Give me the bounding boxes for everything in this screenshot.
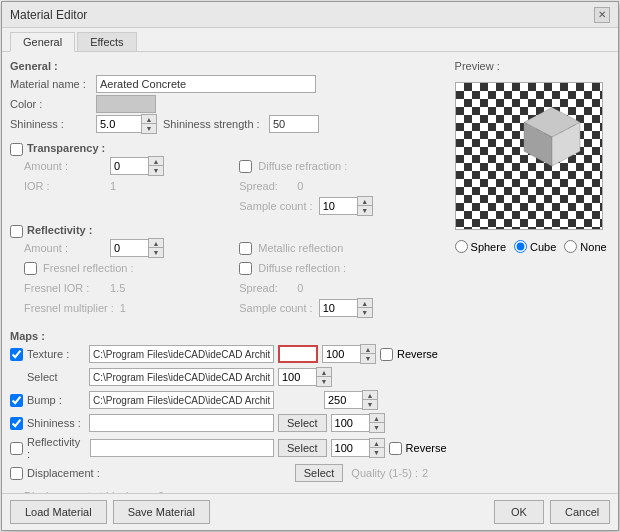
quality-value: 2 xyxy=(422,467,428,479)
bump-amount-input[interactable]: ▲ ▼ xyxy=(324,390,378,410)
material-editor-dialog: Material Editor ✕ General Effects Genera… xyxy=(1,1,619,531)
bump-row: Bump : ▲ ▼ xyxy=(10,390,447,410)
diffuse-refraction-checkbox[interactable] xyxy=(239,160,252,173)
refl-sample-input[interactable]: ▲ ▼ xyxy=(319,298,373,318)
opac-down[interactable]: ▼ xyxy=(317,377,331,386)
trans-sample-input[interactable]: ▲ ▼ xyxy=(319,196,373,216)
transparency-checkbox[interactable] xyxy=(10,143,23,156)
shin-down[interactable]: ▼ xyxy=(370,423,384,432)
refl-map-checkbox[interactable] xyxy=(10,442,23,455)
texture-amount-input[interactable]: ▲ ▼ xyxy=(322,344,376,364)
shininess-map-checkbox[interactable] xyxy=(10,417,23,430)
refl-spread-value: 0 xyxy=(297,282,303,294)
opacity-path-input[interactable] xyxy=(89,368,274,386)
diffuse-refraction-label: Diffuse refraction : xyxy=(258,160,347,172)
refl-amount-input[interactable]: ▲ ▼ xyxy=(110,238,164,258)
trans-amount-label: Amount : xyxy=(24,160,104,172)
shininess-amount-input[interactable]: ▲ ▼ xyxy=(331,413,385,433)
displacement-row: Displacement : Select Quality (1-5) : 2 xyxy=(10,463,447,483)
sphere-radio[interactable] xyxy=(455,240,468,253)
refl-amount-up[interactable]: ▲ xyxy=(149,239,163,248)
material-name-row: Material name : xyxy=(10,74,447,94)
refl-reverse-checkbox[interactable] xyxy=(389,442,402,455)
shininess-strength-input[interactable] xyxy=(269,115,319,133)
texture-checkbox[interactable] xyxy=(10,348,23,361)
trans-amount-up[interactable]: ▲ xyxy=(149,157,163,166)
maps-section: Maps : Texture : ▲ ▼ xyxy=(10,330,447,493)
color-row: Color : xyxy=(10,94,447,114)
footer: Load Material Save Material OK Cancel xyxy=(2,493,618,530)
refl-map-up[interactable]: ▲ xyxy=(370,439,384,448)
trans-sample-up[interactable]: ▲ xyxy=(358,197,372,206)
texture-path-input[interactable] xyxy=(89,345,274,363)
diffuse-refl-checkbox[interactable] xyxy=(239,262,252,275)
shin-up[interactable]: ▲ xyxy=(370,414,384,423)
cube-option: Cube xyxy=(514,240,556,253)
opacity-amount-input[interactable]: ▲ ▼ xyxy=(278,367,332,387)
tex-amount-down[interactable]: ▼ xyxy=(361,354,375,363)
refl-amount-map-input[interactable]: ▲ ▼ xyxy=(331,438,385,458)
opac-up[interactable]: ▲ xyxy=(317,368,331,377)
right-panel: Preview : Sphere xyxy=(455,60,610,485)
refl-amount-down[interactable]: ▼ xyxy=(149,248,163,257)
bump-up[interactable]: ▲ xyxy=(363,391,377,400)
shininess-select-button[interactable]: Select xyxy=(278,414,327,432)
refl-select-button[interactable]: Select xyxy=(278,439,327,457)
metallic-checkbox[interactable] xyxy=(239,242,252,255)
reflectivity-section: Reflectivity : Amount : ▲ ▼ xyxy=(10,224,447,318)
shininess-path-input[interactable] xyxy=(89,414,274,432)
bump-down[interactable]: ▼ xyxy=(363,400,377,409)
close-button[interactable]: ✕ xyxy=(594,7,610,23)
refl-spread-label: Spread: xyxy=(239,282,291,294)
refl-sample-down[interactable]: ▼ xyxy=(358,308,372,317)
shininess-up[interactable]: ▲ xyxy=(142,115,156,124)
cube-radio[interactable] xyxy=(514,240,527,253)
shininess-map-label: Shininess : xyxy=(27,417,81,429)
reflectivity-checkbox-row: Reflectivity : xyxy=(10,224,447,238)
tab-effects[interactable]: Effects xyxy=(77,32,136,51)
texture-reverse-checkbox[interactable] xyxy=(380,348,393,361)
tex-amount-up[interactable]: ▲ xyxy=(361,345,375,354)
material-name-input[interactable] xyxy=(96,75,316,93)
bump-checkbox[interactable] xyxy=(10,394,23,407)
refl-map-down[interactable]: ▼ xyxy=(370,448,384,457)
reflectivity-fields: Amount : ▲ ▼ Fresnel reflect xyxy=(10,238,447,318)
texture-label: Texture : xyxy=(27,348,69,360)
tab-general[interactable]: General xyxy=(10,32,75,52)
disp-black-row: Displacement at black : 0 xyxy=(10,486,447,493)
fresnel-mult-value: 1 xyxy=(120,302,126,314)
trans-sample-down[interactable]: ▼ xyxy=(358,206,372,215)
save-material-button[interactable]: Save Material xyxy=(113,500,210,524)
refl-sample-up[interactable]: ▲ xyxy=(358,299,372,308)
bump-path-input[interactable] xyxy=(89,391,274,409)
none-radio[interactable] xyxy=(564,240,577,253)
texture-reverse-label: Reverse xyxy=(397,348,438,360)
shininess-input[interactable]: ▲ ▼ xyxy=(96,114,157,134)
opacity-label: Select xyxy=(27,371,58,383)
trans-amount-down[interactable]: ▼ xyxy=(149,166,163,175)
displacement-select-button[interactable]: Select xyxy=(295,464,344,482)
transparency-fields: Amount : ▲ ▼ IOR : 1 xyxy=(10,156,447,216)
shininess-row: Shininess : ▲ ▼ Shininess strength : xyxy=(10,114,447,134)
refl-amount-label: Amount : xyxy=(24,242,104,254)
load-material-button[interactable]: Load Material xyxy=(10,500,107,524)
fresnel-checkbox[interactable] xyxy=(24,262,37,275)
trans-sample-label: Sample count : xyxy=(239,200,312,212)
none-option: None xyxy=(564,240,606,253)
shininess-down[interactable]: ▼ xyxy=(142,124,156,133)
refl-path-input[interactable] xyxy=(90,439,274,457)
material-name-label: Material name : xyxy=(10,78,90,90)
fresnel-reflection-label: Fresnel reflection : xyxy=(43,262,133,274)
refl-sample-label: Sample count : xyxy=(239,302,312,314)
metallic-label: Metallic reflection xyxy=(258,242,343,254)
reflectivity-checkbox[interactable] xyxy=(10,225,23,238)
diffuse-refl-label: Diffuse reflection : xyxy=(258,262,346,274)
cancel-button[interactable]: Cancel xyxy=(550,500,610,524)
trans-amount-input[interactable]: ▲ ▼ xyxy=(110,156,164,176)
ok-button[interactable]: OK xyxy=(494,500,544,524)
color-picker[interactable] xyxy=(96,95,156,113)
texture-color-input[interactable] xyxy=(278,345,318,363)
displacement-checkbox[interactable] xyxy=(10,467,23,480)
none-label: None xyxy=(580,241,606,253)
general-section: General : Material name : Color : Shinin… xyxy=(10,60,447,134)
